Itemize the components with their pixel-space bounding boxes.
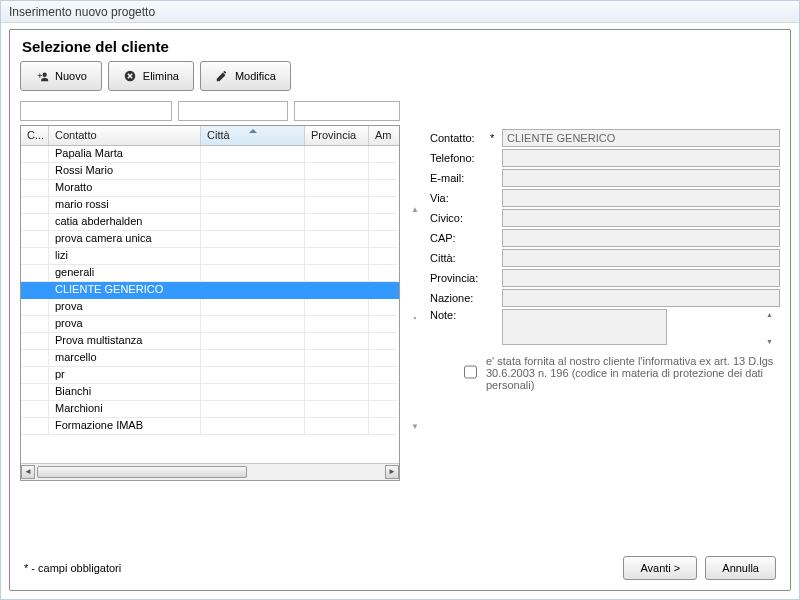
- edit-button-label: Modifica: [235, 70, 276, 82]
- table-cell: [21, 231, 49, 248]
- table-cell: [305, 367, 369, 384]
- col-contatto[interactable]: Contatto: [49, 126, 201, 145]
- col-codice[interactable]: C...: [21, 126, 49, 145]
- table-cell: [201, 197, 305, 214]
- table-cell: [305, 265, 369, 282]
- table-cell: [369, 367, 397, 384]
- table-cell: [305, 163, 369, 180]
- filter-citta[interactable]: [178, 101, 288, 121]
- table-cell: [201, 367, 305, 384]
- footer-buttons: Avanti > Annulla: [623, 556, 776, 580]
- col-ambiente[interactable]: Am: [369, 126, 397, 145]
- table-cell: [201, 418, 305, 435]
- field-civico[interactable]: [502, 209, 780, 227]
- required-footer-note: * - campi obbligatori: [24, 562, 121, 574]
- table-cell: [21, 146, 49, 163]
- client-grid[interactable]: C... Contatto Città Provincia Am Papalia…: [20, 125, 400, 481]
- table-row[interactable]: Moratto: [21, 180, 399, 197]
- table-row[interactable]: mario rossi: [21, 197, 399, 214]
- table-cell: pr: [49, 367, 201, 384]
- table-cell: [201, 299, 305, 316]
- table-cell: [305, 146, 369, 163]
- filter-provincia[interactable]: [294, 101, 400, 121]
- table-row[interactable]: generali: [21, 265, 399, 282]
- table-row[interactable]: catia abderhalden: [21, 214, 399, 231]
- field-nazione[interactable]: [502, 289, 780, 307]
- table-row[interactable]: Papalia Marta: [21, 146, 399, 163]
- scroll-right-icon[interactable]: ►: [385, 465, 399, 479]
- next-button[interactable]: Avanti >: [623, 556, 697, 580]
- table-cell: [201, 384, 305, 401]
- toolbar: Nuovo Elimina Modifica: [20, 61, 780, 91]
- table-cell: mario rossi: [49, 197, 201, 214]
- field-telefono[interactable]: [502, 149, 780, 167]
- table-row[interactable]: prova: [21, 316, 399, 333]
- col-provincia[interactable]: Provincia: [305, 126, 369, 145]
- field-cap[interactable]: [502, 229, 780, 247]
- table-cell: marcello: [49, 350, 201, 367]
- table-row[interactable]: prova camera unica: [21, 231, 399, 248]
- edit-icon: [215, 69, 229, 83]
- label-civico: Civico:: [430, 212, 490, 224]
- label-cap: CAP:: [430, 232, 490, 244]
- table-cell: prova: [49, 316, 201, 333]
- table-row[interactable]: Rossi Mario: [21, 163, 399, 180]
- table-cell: [21, 197, 49, 214]
- add-user-icon: [35, 69, 49, 83]
- field-citta[interactable]: [502, 249, 780, 267]
- col-citta[interactable]: Città: [201, 126, 305, 145]
- table-cell: [201, 316, 305, 333]
- table-cell: [21, 401, 49, 418]
- field-email[interactable]: [502, 169, 780, 187]
- table-cell: [201, 163, 305, 180]
- edit-button[interactable]: Modifica: [200, 61, 291, 91]
- table-cell: CLIENTE GENERICO: [49, 282, 201, 299]
- table-row[interactable]: Marchioni: [21, 401, 399, 418]
- field-note[interactable]: [502, 309, 667, 345]
- splitter-handle[interactable]: ▲•▼: [412, 125, 418, 481]
- filter-contatto[interactable]: [20, 101, 172, 121]
- table-row[interactable]: prova: [21, 299, 399, 316]
- table-row[interactable]: marcello: [21, 350, 399, 367]
- table-row[interactable]: Prova multistanza: [21, 333, 399, 350]
- filter-row: [20, 101, 780, 121]
- table-cell: [21, 333, 49, 350]
- table-cell: [369, 265, 397, 282]
- table-cell: [21, 214, 49, 231]
- consent-checkbox[interactable]: [464, 356, 477, 388]
- label-citta: Città:: [430, 252, 490, 264]
- grid-body[interactable]: Papalia MartaRossi MarioMorattomario ros…: [21, 146, 399, 463]
- scroll-left-icon[interactable]: ◄: [21, 465, 35, 479]
- table-row[interactable]: CLIENTE GENERICO: [21, 282, 399, 299]
- field-contatto[interactable]: [502, 129, 780, 147]
- table-row[interactable]: pr: [21, 367, 399, 384]
- cancel-button-label: Annulla: [722, 562, 759, 574]
- table-cell: [305, 197, 369, 214]
- table-row[interactable]: Formazione IMAB: [21, 418, 399, 435]
- table-row[interactable]: Bianchi: [21, 384, 399, 401]
- required-mark: *: [490, 132, 502, 144]
- cancel-button[interactable]: Annulla: [705, 556, 776, 580]
- field-provincia[interactable]: [502, 269, 780, 287]
- table-cell: [369, 350, 397, 367]
- note-spinner[interactable]: ▲▼: [766, 311, 778, 345]
- field-via[interactable]: [502, 189, 780, 207]
- table-cell: [21, 180, 49, 197]
- table-cell: [201, 180, 305, 197]
- new-button[interactable]: Nuovo: [20, 61, 102, 91]
- scroll-thumb[interactable]: [37, 466, 247, 478]
- table-cell: [21, 265, 49, 282]
- table-cell: Moratto: [49, 180, 201, 197]
- next-button-label: Avanti >: [640, 562, 680, 574]
- table-cell: lizi: [49, 248, 201, 265]
- grid-hscrollbar[interactable]: ◄ ►: [21, 463, 399, 480]
- details-form: Contatto: * Telefono: E-mail: Via: Civic…: [430, 125, 780, 481]
- table-cell: [201, 401, 305, 418]
- table-cell: [201, 231, 305, 248]
- table-row[interactable]: lizi: [21, 248, 399, 265]
- delete-button[interactable]: Elimina: [108, 61, 194, 91]
- table-cell: [369, 418, 397, 435]
- table-cell: generali: [49, 265, 201, 282]
- dialog-window: Inserimento nuovo progetto Selezione del…: [0, 0, 800, 600]
- table-cell: Marchioni: [49, 401, 201, 418]
